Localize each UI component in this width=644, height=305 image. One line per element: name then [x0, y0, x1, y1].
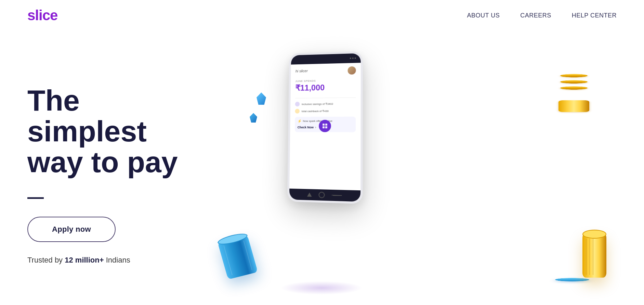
- phone-cashback-text: total cashback of ₹430: [302, 110, 329, 113]
- blue-crystal-2: [250, 113, 257, 123]
- phone-savings-row: inclusive savings of ₹3402: [295, 101, 356, 106]
- phone-notif-link[interactable]: Check Now: [298, 126, 314, 129]
- phone-nav-bar: [289, 189, 360, 202]
- blue-cylinder-decoration: [222, 237, 253, 278]
- phone-greeting: hi slicer: [295, 68, 356, 73]
- phone-shadow: [280, 281, 363, 295]
- phone-cashback-row: total cashback of ₹430: [295, 109, 356, 114]
- nav-help[interactable]: HELP CENTER: [572, 12, 617, 19]
- blue-crystal-1: [257, 92, 266, 105]
- home-icon: [319, 192, 325, 198]
- phone-amount: ₹11,000: [295, 82, 356, 92]
- hero-section: The simplest way to pay — Apply now Trus…: [0, 31, 644, 305]
- nav-careers[interactable]: CAREERS: [520, 12, 551, 19]
- blue-disc-decoration: [555, 278, 589, 281]
- recents-icon: [332, 195, 342, 196]
- hero-text: The simplest way to pay — Apply now Trus…: [27, 85, 233, 265]
- phone-savings-text: inclusive savings of ₹3402: [302, 102, 333, 106]
- trust-text: Trusted by 12 million+ Indians: [27, 256, 233, 265]
- logo[interactable]: slice: [27, 7, 57, 24]
- chevron-right-icon: ›: [315, 126, 316, 129]
- nav: ABOUT US CAREERS HELP CENTER: [467, 12, 617, 19]
- header: slice ABOUT US CAREERS HELP CENTER: [0, 0, 644, 31]
- nav-about[interactable]: ABOUT US: [467, 12, 500, 19]
- hero-visual: hi slicer JUNE SPENDS ₹11,000 inclusive …: [233, 45, 617, 305]
- hero-dash: —: [27, 188, 233, 206]
- phone-avatar-icon: [348, 66, 356, 75]
- gold-coins-decoration: [558, 72, 589, 117]
- phone-mockup: hi slicer JUNE SPENDS ₹11,000 inclusive …: [287, 51, 363, 204]
- gold-cylinder-decoration: [582, 233, 606, 278]
- phone-spends-label: JUNE SPENDS: [295, 78, 356, 82]
- hero-title: The simplest way to pay: [27, 85, 233, 178]
- back-icon: [307, 192, 312, 197]
- lightning-icon: ⚡: [298, 119, 302, 123]
- phone-fab-button: [319, 120, 331, 132]
- apply-now-button[interactable]: Apply now: [27, 217, 116, 242]
